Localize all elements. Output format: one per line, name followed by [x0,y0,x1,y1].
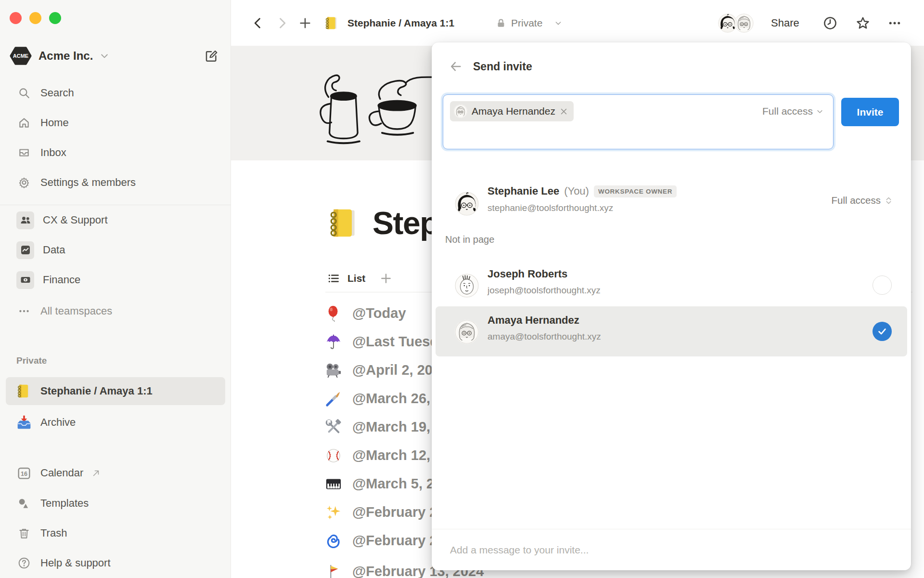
external-link-icon [92,469,100,477]
umbrella-emoji [325,334,342,350]
invite-recipient-input[interactable]: Amaya Hernandez Full access [443,94,834,149]
owner-access-label: Full access [831,195,881,206]
paintbrush-emoji [325,391,342,407]
inbox-icon [16,145,32,160]
sidebar-item-label: Archive [40,416,76,429]
breadcrumb-page-title[interactable]: Stephanie / Amaya 1:1 [347,0,454,46]
forward-icon[interactable] [275,0,289,46]
trash-icon [16,525,32,541]
owner-access-dropdown[interactable]: Full access [831,195,893,206]
chevron-down-icon [554,0,562,46]
list-item-title: @Today [352,305,406,321]
modal-title: Send invite [473,60,532,73]
compose-icon[interactable] [204,49,218,63]
sidebar-item-label: All teamspaces [40,305,112,317]
up-down-carets-icon [885,197,893,205]
access-level-dropdown[interactable]: Full access [762,105,823,117]
select-circle-checked[interactable] [873,322,892,341]
invite-button[interactable]: Invite [841,98,899,126]
sparkles-emoji [325,504,342,521]
private-section-label[interactable]: Private [16,355,47,366]
avatar-amaya [455,320,479,344]
not-in-page-label: Not in page [445,234,494,245]
sidebar-item-inbox[interactable]: Inbox [6,139,225,167]
sidebar-item-settings[interactable]: Settings & members [6,169,225,197]
send-invite-modal: Send invite Amaya Hernandez Full access … [432,42,911,570]
select-circle-unchecked[interactable] [873,276,892,295]
sidebar-item-label: Data [43,244,65,256]
sidebar-item-label: Calendar [40,467,83,479]
sidebar-item-archive[interactable]: Archive [6,408,225,436]
privacy-dropdown[interactable]: Private [511,0,542,46]
clock-icon[interactable] [823,0,837,46]
workspace-owner-badge: WORKSPACE OWNER [594,185,677,197]
sidebar-item-templates[interactable]: Templates [6,489,225,517]
sidebar-item-all-teamspaces[interactable]: All teamspaces [6,297,225,325]
access-level-label: Full access [762,105,813,117]
balloon-emoji [325,305,342,322]
sidebar-item-home[interactable]: Home [6,109,225,137]
calendar-icon: 16 [16,465,32,481]
svg-text:16: 16 [21,471,27,477]
add-view-plus-icon[interactable] [380,272,392,285]
more-options-icon[interactable] [887,0,902,46]
back-icon[interactable] [251,0,265,46]
avatar-stephanie [455,192,479,216]
teamspace-money-icon [16,271,34,289]
avatar-joseph [455,274,479,298]
sidebar-item-search[interactable]: Search [6,79,225,107]
star-icon[interactable] [856,0,870,46]
traffic-light-close[interactable] [10,12,22,24]
person-email: amaya@toolsforthought.xyz [488,331,601,342]
notebook-emoji [16,383,32,399]
shapes-icon [16,496,32,511]
sidebar-divider [0,205,231,205]
topbar: Stephanie / Amaya 1:1 Private Share [231,0,924,46]
sidebar-item-calendar[interactable]: 16 Calendar [6,459,225,487]
sidebar-item-label: Help & support [40,557,111,569]
sidebar-item-data[interactable]: Data [6,236,225,264]
page-emoji-notebook[interactable] [327,207,360,239]
recipient-chip[interactable]: Amaya Hernandez [450,101,574,121]
person-email: joseph@toolsforthought.xyz [488,285,601,296]
chip-name: Amaya Hernandez [472,105,555,117]
sidebar-item-trash[interactable]: Trash [6,519,225,547]
sidebar-item-stephanie-amaya[interactable]: Stephanie / Amaya 1:1 [6,377,225,405]
modal-header: Send invite [449,60,532,73]
sidebar-item-help[interactable]: Help & support [6,549,225,577]
flag-emoji [325,564,342,578]
traffic-light-zoom[interactable] [49,12,61,24]
sidebar-item-cx-support[interactable]: CX & Support [6,206,225,234]
person-row-amaya[interactable]: Amaya Hernandez amaya@toolsforthought.xy… [436,306,907,356]
person-row-joseph[interactable]: Joseph Roberts joseph@toolsforthought.xy… [436,260,907,310]
tab-list[interactable]: List [347,273,365,284]
ellipsis-icon [16,303,32,319]
member-name: Stephanie Lee (You) WORKSPACE OWNER [488,185,677,197]
share-button[interactable]: Share [771,0,799,46]
view-tabs: List [327,268,392,289]
member-email: stephanie@toolsforthought.xyz [488,203,613,213]
app-window: ACME Acme Inc. Search Home Inbox Setting… [0,0,924,578]
tools-emoji [325,419,342,435]
teamspace-people-icon [16,211,34,229]
invite-message-input[interactable] [450,544,883,556]
cyclone-emoji [325,533,342,549]
avatar-stack[interactable] [718,0,754,46]
new-page-plus-icon[interactable] [298,0,312,46]
sidebar-item-label: CX & Support [43,214,108,226]
workspace-switcher[interactable]: ACME Acme Inc. [10,43,221,68]
traffic-light-minimize[interactable] [29,12,41,24]
sidebar-item-label: Inbox [40,146,66,159]
sidebar-item-label: Trash [40,527,67,539]
sidebar-item-label: Finance [43,274,80,286]
sidebar-item-finance[interactable]: Finance [6,266,225,294]
check-icon [877,326,887,337]
inbox-tray-emoji [16,415,32,430]
chip-remove-icon[interactable] [560,107,568,116]
back-arrow-icon[interactable] [449,60,462,73]
person-name: Amaya Hernandez [488,314,579,327]
sidebar-item-label: Search [40,87,74,99]
sidebar: ACME Acme Inc. Search Home Inbox Setting… [0,0,231,578]
list-view-icon [327,272,340,285]
avatar-amaya [454,105,467,118]
